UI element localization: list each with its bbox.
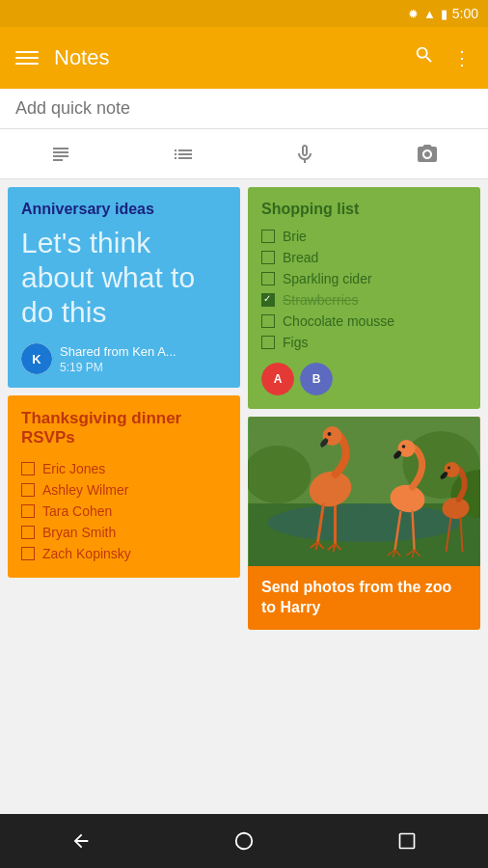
- notes-grid: Anniversary ideas Let's think about what…: [0, 179, 488, 804]
- list-item-text: Sparkling cider: [283, 271, 372, 286]
- shopping-avatar-2: B: [300, 363, 333, 395]
- checkbox-figs[interactable]: [261, 336, 275, 349]
- mic-button[interactable]: [278, 135, 332, 174]
- list-item: Bread: [261, 247, 467, 268]
- menu-button[interactable]: [15, 51, 39, 65]
- svg-rect-22: [399, 834, 414, 849]
- list-item: Strawberries: [261, 289, 467, 311]
- app-title: Notes: [54, 45, 398, 70]
- checkbox-eric[interactable]: [21, 462, 35, 475]
- notes-column-left: Anniversary ideas Let's think about what…: [8, 187, 240, 797]
- flamingo-note-card[interactable]: Send photos from the zoo to Harry: [248, 417, 480, 630]
- anniversary-time: 5:19 PM: [60, 361, 176, 374]
- flamingo-caption: Send photos from the zoo to Harry: [248, 566, 480, 630]
- shopping-list: Brie Bread Sparkling cider Strawberries …: [261, 226, 467, 353]
- shopping-card-title: Shopping list: [261, 201, 467, 218]
- checkbox-choco[interactable]: [261, 314, 275, 328]
- camera-button[interactable]: [400, 135, 454, 174]
- list-item-text: Brie: [283, 229, 307, 244]
- svg-point-8: [328, 432, 332, 436]
- recent-apps-button[interactable]: [388, 822, 426, 860]
- svg-point-18: [447, 467, 450, 470]
- list-item-text: Figs: [283, 335, 308, 350]
- status-bar: ✹ ▲ ▮ 5:00: [0, 0, 488, 27]
- list-item: Ashley Wilmer: [21, 479, 227, 501]
- add-note-area: [0, 89, 488, 129]
- home-button[interactable]: [225, 822, 263, 860]
- add-note-input[interactable]: [15, 98, 473, 119]
- list-item: Tara Cohen: [21, 501, 227, 522]
- list-item-text: Eric Jones: [42, 461, 105, 476]
- checkbox-bryan[interactable]: [21, 526, 35, 539]
- anniversary-card-body: Let's think about what to do this: [21, 226, 227, 330]
- app-bar-actions: ⋮: [414, 44, 473, 71]
- list-item: Chocolate mousse: [261, 311, 467, 332]
- more-options-button[interactable]: ⋮: [452, 46, 473, 69]
- signal-icon: ▲: [423, 7, 436, 21]
- list-item-text: Bread: [283, 250, 318, 265]
- text-note-button[interactable]: [34, 135, 88, 174]
- thanksgiving-note-card[interactable]: Thanksgiving dinner RSVPs Eric Jones Ash…: [8, 395, 240, 578]
- list-note-button[interactable]: [156, 135, 210, 174]
- list-item: Eric Jones: [21, 458, 227, 479]
- notes-column-right: Shopping list Brie Bread Sparkling cider…: [248, 187, 480, 797]
- anniversary-avatar: K: [21, 343, 52, 374]
- svg-point-21: [236, 833, 253, 850]
- checkbox-sparkling[interactable]: [261, 272, 275, 285]
- app-bar: Notes ⋮: [0, 27, 488, 89]
- battery-icon: ▮: [441, 7, 447, 21]
- svg-point-2: [268, 503, 461, 542]
- thanksgiving-card-title: Thanksgiving dinner RSVPs: [21, 409, 227, 448]
- shopping-avatars-row: A B: [261, 363, 467, 395]
- list-item-text: Strawberries: [283, 292, 359, 308]
- status-time: 5:00: [452, 6, 478, 21]
- anniversary-card-title: Anniversary ideas: [21, 201, 227, 218]
- avatar-initials: K: [32, 352, 41, 366]
- list-item-text: Tara Cohen: [42, 503, 112, 519]
- note-type-toolbar: [0, 129, 488, 179]
- status-icons: ✹ ▲ ▮ 5:00: [408, 6, 478, 21]
- back-button[interactable]: [62, 822, 100, 860]
- flamingo-image: [248, 417, 480, 566]
- list-item-text: Bryan Smith: [42, 525, 116, 540]
- checkbox-zach[interactable]: [21, 547, 35, 560]
- list-item-text: Chocolate mousse: [283, 313, 394, 329]
- bluetooth-icon: ✹: [408, 7, 419, 21]
- nav-bar: [0, 814, 488, 868]
- checkbox-brie[interactable]: [261, 230, 275, 243]
- svg-point-13: [402, 445, 406, 448]
- anniversary-shared-text: Shared from Ken A...: [60, 344, 176, 359]
- list-item-text: Zach Kopinsky: [42, 546, 131, 561]
- shopping-avatar-1: A: [261, 363, 294, 395]
- checkbox-ashley[interactable]: [21, 483, 35, 497]
- checkbox-tara[interactable]: [21, 504, 35, 518]
- list-item: Sparkling cider: [261, 268, 467, 289]
- list-item-text: Ashley Wilmer: [42, 482, 128, 498]
- list-item: Bryan Smith: [21, 522, 227, 543]
- list-item: Zach Kopinsky: [21, 543, 227, 564]
- search-button[interactable]: [414, 44, 435, 71]
- anniversary-note-card[interactable]: Anniversary ideas Let's think about what…: [8, 187, 240, 388]
- checkbox-bread[interactable]: [261, 251, 275, 264]
- list-item: Figs: [261, 332, 467, 353]
- anniversary-shared-row: K Shared from Ken A... 5:19 PM: [21, 343, 227, 374]
- thanksgiving-list: Eric Jones Ashley Wilmer Tara Cohen Brya…: [21, 458, 227, 564]
- checkbox-strawberries[interactable]: [261, 293, 275, 307]
- shopping-note-card[interactable]: Shopping list Brie Bread Sparkling cider…: [248, 187, 480, 409]
- list-item: Brie: [261, 226, 467, 247]
